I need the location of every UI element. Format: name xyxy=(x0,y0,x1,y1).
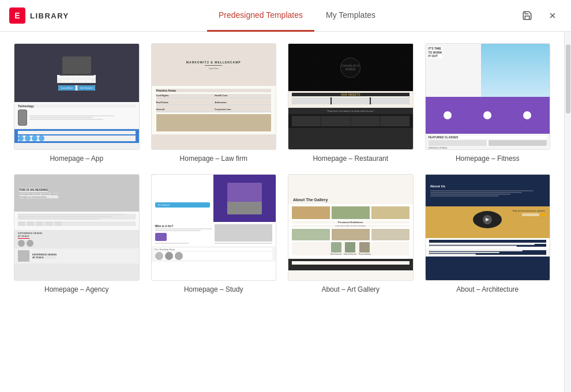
elementor-logo-icon: E xyxy=(9,7,25,24)
header-actions xyxy=(516,6,562,25)
template-card-study[interactable]: How to Make aWebsite Learn web design fr… xyxy=(151,174,277,293)
scrollbar[interactable] xyxy=(564,32,571,392)
tab-bar: Predesigned Templates My Templates xyxy=(78,0,516,32)
template-label-gallery: About – Art Gallery xyxy=(321,285,380,293)
tab-predesigned[interactable]: Predesigned Templates xyxy=(207,0,314,32)
tab-my-templates[interactable]: My Templates xyxy=(314,0,387,32)
template-card-app[interactable]: Manage All Your Daily TasksThrough A Sin… xyxy=(14,43,140,163)
content-wrapper: Manage All Your Daily TasksThrough A Sin… xyxy=(0,32,571,392)
template-card-restaurant[interactable]: CHARLIE'SDINER OUR SWEETS xyxy=(288,43,414,163)
templates-grid: Manage All Your Daily TasksThrough A Sin… xyxy=(14,43,550,293)
template-thumb-restaurant[interactable]: CHARLIE'SDINER OUR SWEETS xyxy=(288,43,414,150)
save-button[interactable] xyxy=(518,6,536,25)
template-label-fitness: Homepage – Fitness xyxy=(456,154,520,163)
scrollbar-thumb[interactable] xyxy=(566,44,570,114)
app-title: LIBRARY xyxy=(30,12,69,20)
template-thumb-law[interactable]: MARKOWITZ & MELLENCAMP Law Firm Practice… xyxy=(151,43,277,150)
template-card-architecture[interactable]: About Us ▶ xyxy=(425,174,551,293)
template-label-agency: Homepage – Agency xyxy=(44,285,108,293)
template-thumb-gallery[interactable]: About The Gallery Permanent Exhibitions … xyxy=(288,174,414,281)
template-thumb-app[interactable]: Manage All Your Daily TasksThrough A Sin… xyxy=(14,43,140,150)
template-thumb-architecture[interactable]: About Us ▶ xyxy=(425,174,551,281)
template-thumb-fitness[interactable]: IT'S TIMETO WORKIT OUT ✉ ♥ ⊕ xyxy=(425,43,551,150)
template-card-agency[interactable]: THIS IS AN HEADING Lorem ipsum dolor sit… xyxy=(14,174,140,293)
template-label-app: Homepage – App xyxy=(50,154,103,163)
main-content: Manage All Your Daily TasksThrough A Sin… xyxy=(0,32,564,392)
template-thumb-study[interactable]: How to Make aWebsite Learn web design fr… xyxy=(151,174,277,281)
template-label-study: Homepage – Study xyxy=(184,285,243,293)
logo-area: E LIBRARY xyxy=(9,7,78,24)
close-button[interactable] xyxy=(543,6,562,25)
template-label-law: Homepage – Law firm xyxy=(180,154,247,163)
header: E LIBRARY Predesigned Templates My Templ… xyxy=(0,0,571,32)
template-label-architecture: About – Architecture xyxy=(456,285,519,293)
template-card-law[interactable]: MARKOWITZ & MELLENCAMP Law Firm Practice… xyxy=(151,43,277,163)
template-thumb-agency[interactable]: THIS IS AN HEADING Lorem ipsum dolor sit… xyxy=(14,174,140,281)
template-card-gallery[interactable]: About The Gallery Permanent Exhibitions … xyxy=(288,174,414,293)
template-card-fitness[interactable]: IT'S TIMETO WORKIT OUT ✉ ♥ ⊕ xyxy=(425,43,551,163)
template-label-restaurant: Homepage – Restaurant xyxy=(313,154,388,163)
